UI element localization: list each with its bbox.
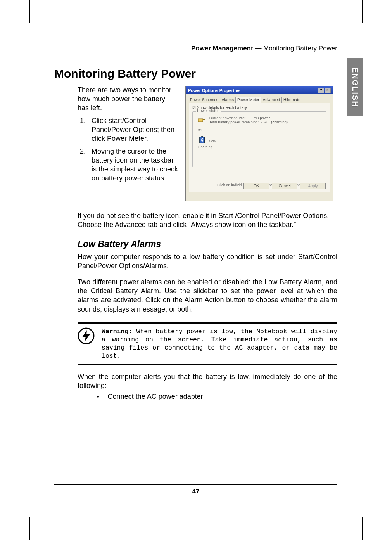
header-topic: Monitoring Battery Power bbox=[263, 45, 337, 52]
bullet-list: • Connect the AC power adapter bbox=[97, 393, 337, 401]
ok-button: OK bbox=[243, 183, 269, 189]
line1-value: AC power bbox=[254, 116, 270, 120]
crop-mark bbox=[29, 517, 30, 540]
paragraph: Two different power alarms can be enable… bbox=[78, 278, 337, 314]
language-tab: ENGLISH bbox=[347, 58, 363, 116]
tab-power-meter: Power Meter bbox=[235, 97, 261, 103]
tab-hibernate: Hibernate bbox=[281, 97, 302, 103]
warning-text: Warning: When battery power is low, the … bbox=[102, 327, 337, 360]
subheading-low-battery: Low Battery Alarms bbox=[78, 239, 337, 249]
lightning-icon bbox=[78, 327, 95, 344]
battery-num: #1 bbox=[198, 128, 324, 132]
paragraph: When the computer alerts you that the ba… bbox=[78, 372, 337, 391]
intro-paragraph: There are two ways to monitor how much p… bbox=[78, 86, 178, 112]
tab-power-schemes: Power Schemes bbox=[188, 97, 220, 103]
group-title: Power status bbox=[196, 109, 221, 113]
screenshot-title: Power Options Properties bbox=[188, 88, 240, 93]
window-buttons: ?× bbox=[318, 87, 331, 93]
warning-label: Warning: bbox=[102, 328, 132, 335]
svg-marker-7 bbox=[82, 330, 90, 342]
line2-label: Total battery power remaining: bbox=[209, 120, 259, 124]
warning-block: Warning: When battery power is low, the … bbox=[78, 322, 337, 365]
footer-rule bbox=[54, 484, 337, 485]
bullet-icon: • bbox=[97, 393, 99, 400]
tab-alarms: Alarms bbox=[220, 97, 236, 103]
page-footer: 47 bbox=[54, 484, 337, 495]
line1-label: Current power source: bbox=[209, 116, 246, 120]
battery-pct: 74% bbox=[209, 139, 216, 143]
crop-mark bbox=[369, 511, 392, 511]
line2-value: 75% bbox=[261, 120, 268, 124]
paragraph: How your computer responds to a low batt… bbox=[78, 253, 337, 271]
status-lines: Current power source: AC power Total bat… bbox=[209, 116, 288, 124]
page-number: 47 bbox=[192, 488, 200, 495]
page-title: Monitoring Battery Power bbox=[54, 67, 337, 80]
header-section: Power Management bbox=[191, 45, 253, 52]
left-column: There are two ways to monitor how much p… bbox=[78, 86, 178, 201]
screenshot-body: ☑ Show details for each battery Power st… bbox=[189, 103, 330, 192]
power-options-screenshot: Power Options Properties ?× Power Scheme… bbox=[185, 86, 333, 201]
header-sep: — bbox=[253, 45, 263, 52]
crop-mark bbox=[369, 29, 392, 29]
cancel-button: Cancel bbox=[272, 183, 297, 189]
plug-icon bbox=[197, 116, 207, 125]
crop-mark bbox=[29, 0, 30, 23]
power-status-group: Power status Current power source: AC po… bbox=[192, 111, 326, 167]
svg-rect-4 bbox=[201, 136, 203, 137]
help-icon: ? bbox=[318, 88, 324, 93]
running-header: Power Management — Monitoring Battery Po… bbox=[54, 45, 337, 55]
crop-mark bbox=[0, 511, 23, 511]
crop-mark bbox=[362, 517, 363, 540]
crop-mark bbox=[362, 0, 363, 23]
screenshot-titlebar: Power Options Properties ?× bbox=[186, 86, 333, 94]
content-area: Power Management — Monitoring Battery Po… bbox=[54, 45, 337, 401]
close-icon: × bbox=[325, 88, 331, 93]
battery-icon bbox=[198, 136, 207, 144]
list-item: Click start/Control Panel/Power Options;… bbox=[88, 116, 178, 143]
line2-state: (charging) bbox=[271, 120, 288, 124]
screenshot-buttons: OK Cancel Apply bbox=[242, 183, 326, 189]
bullet-text: Connect the AC power adapter bbox=[108, 393, 203, 401]
page: ENGLISH Power Management — Monitoring Ba… bbox=[0, 0, 392, 540]
battery-state: Charging bbox=[198, 145, 324, 149]
two-column-block: There are two ways to monitor how much p… bbox=[78, 86, 337, 201]
steps-list: Click start/Control Panel/Power Options;… bbox=[78, 116, 178, 183]
list-item: • Connect the AC power adapter bbox=[97, 393, 337, 401]
list-item: Moving the cursor to the battery icon on… bbox=[88, 147, 178, 183]
screenshot-tabs: Power SchemesAlarmsPower MeterAdvancedHi… bbox=[186, 94, 333, 103]
warning-body: When battery power is low, the Notebook … bbox=[102, 328, 337, 360]
crop-mark bbox=[0, 29, 23, 29]
tab-advanced: Advanced bbox=[261, 97, 282, 103]
apply-button: Apply bbox=[300, 183, 326, 189]
after-screenshot-paragraph: If you do not see the battery icon, enab… bbox=[78, 211, 337, 230]
svg-rect-0 bbox=[198, 119, 203, 122]
